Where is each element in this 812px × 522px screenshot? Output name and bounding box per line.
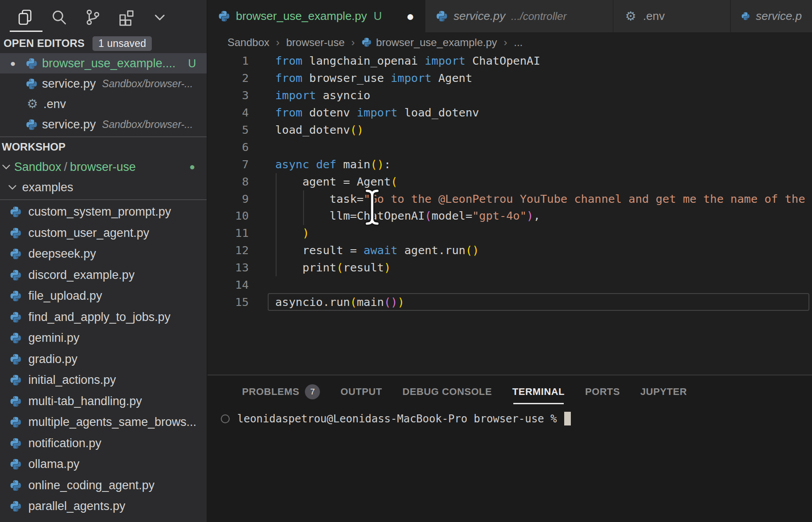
source-control-icon[interactable] <box>83 8 102 27</box>
breadcrumb-item[interactable]: ... <box>514 36 523 49</box>
open-editor-item[interactable]: service.pySandbox/browser-... <box>0 73 207 94</box>
workshop-header[interactable]: WORKSHOP <box>0 137 207 157</box>
panel-tab-label: DEBUG CONSOLE <box>403 386 492 398</box>
python-icon <box>10 248 22 260</box>
more-views-chevron-icon[interactable] <box>150 8 169 27</box>
code-line[interactable]: 3import asyncio <box>208 87 812 104</box>
open-editor-filename: .env <box>43 97 66 111</box>
file-name: gradio.py <box>28 352 77 366</box>
open-editor-path: Sandbox/browser-... <box>102 78 193 90</box>
panel-tab-jupyter[interactable]: JUPYTER <box>640 386 687 398</box>
code-token: model= <box>431 209 472 222</box>
code-text: result = await agent.run() <box>249 244 479 257</box>
code-token: : <box>384 158 391 171</box>
code-line[interactable]: 6 <box>208 138 812 155</box>
file-item[interactable]: ollama.py <box>0 454 207 475</box>
file-item[interactable]: discord_example.py <box>0 265 207 286</box>
code-token: , <box>533 209 540 222</box>
section-divider <box>0 199 207 200</box>
panel-tab-debug-console[interactable]: DEBUG CONSOLE <box>403 386 492 398</box>
file-item[interactable]: file_upload.py <box>0 286 207 307</box>
open-editor-filename: service.py <box>42 118 96 131</box>
code-token: def <box>316 158 336 171</box>
file-item[interactable]: online_coding_agent.py <box>0 475 207 496</box>
open-editors-header[interactable]: OPEN EDITORS 1 unsaved <box>0 35 207 52</box>
file-item[interactable]: find_and_apply_to_jobs.py <box>0 307 207 328</box>
breadcrumb-label: browser-use <box>286 36 345 49</box>
file-item[interactable]: custom_user_agent.py <box>0 223 207 244</box>
python-icon <box>10 416 22 428</box>
code-line[interactable]: 2from browser_use import Agent <box>208 70 812 87</box>
python-icon <box>218 10 230 22</box>
open-editor-item[interactable]: ● browser_use_example....U <box>0 53 207 73</box>
panel-tab-problems[interactable]: PROBLEMS7 <box>242 384 320 399</box>
file-item[interactable]: multi-tab_handling.py <box>0 391 207 412</box>
panel-tab-label: PORTS <box>585 386 620 398</box>
code-line[interactable]: 9 task="Go to the @LeonPetrou YouTube ch… <box>208 190 812 207</box>
code-token: ( <box>391 175 397 188</box>
panel-tab-terminal[interactable]: TERMINAL <box>512 386 565 398</box>
code-token: import <box>275 89 316 102</box>
code-token: ( <box>425 209 431 222</box>
editor-tab[interactable]: ⚙.env <box>613 0 731 32</box>
code-text: from browser_use import Agent <box>249 71 472 85</box>
tab-label: service.py <box>454 9 505 23</box>
editor-tab[interactable]: browser_use_example.pyU● <box>208 0 425 32</box>
file-item[interactable]: gradio.py <box>0 349 207 370</box>
editor-tab[interactable]: service.p <box>731 0 812 32</box>
code-line[interactable]: 11 ) <box>208 224 812 242</box>
file-item[interactable]: deepseek.py <box>0 244 207 265</box>
breadcrumb-item[interactable]: Sandbox <box>227 36 269 49</box>
tree-root-sandbox-browser-use[interactable]: Sandbox / browser-use ● <box>0 157 207 177</box>
code-line[interactable]: 10 llm=ChatOpenAI(model="gpt-4o"), <box>208 207 812 224</box>
code-line[interactable]: 5load_dotenv() <box>208 121 812 139</box>
python-icon <box>26 58 38 70</box>
tree-folder-examples[interactable]: examples <box>0 177 207 197</box>
code-line[interactable]: 8 agent = Agent( <box>208 173 812 190</box>
code-token: ) <box>527 209 533 222</box>
editor-group: browser_use_example.pyU● service.py.../c… <box>207 0 812 522</box>
file-item[interactable]: gemini.py <box>0 328 207 349</box>
file-item[interactable]: parallel_agents.py <box>0 496 207 517</box>
tab-modified-dot-icon[interactable]: ● <box>406 10 414 23</box>
file-item[interactable]: custom_system_prompt.py <box>0 201 207 223</box>
panel-tab-ports[interactable]: PORTS <box>585 386 620 398</box>
breadcrumb-separator: › <box>276 36 280 49</box>
modified-dot-icon: ● <box>0 58 26 69</box>
extensions-icon[interactable] <box>117 8 135 27</box>
file-name: ollama.py <box>28 457 80 471</box>
file-item[interactable]: multiple_agents_same_brows... <box>0 412 207 433</box>
terminal-cursor <box>564 412 571 425</box>
python-icon <box>10 353 22 365</box>
code-line[interactable]: 7async def main(): <box>208 155 812 173</box>
file-name: file_upload.py <box>28 289 102 303</box>
code-line[interactable]: 14 <box>208 276 812 294</box>
code-editor[interactable]: 1from langchain_openai import ChatOpenAI… <box>208 52 812 374</box>
code-line[interactable]: 13 print(result) <box>208 259 812 276</box>
terminal-command-decoration-icon <box>221 414 230 423</box>
chevron-down-icon <box>1 162 12 172</box>
breadcrumb-item[interactable]: browser-use <box>286 36 345 49</box>
file-item[interactable]: notification.py <box>0 433 207 454</box>
code-token: load_dotenv <box>397 106 479 119</box>
breadcrumb-item[interactable]: browser_use_example.py <box>362 36 497 49</box>
code-line[interactable]: 12 result = await agent.run() <box>208 242 812 259</box>
file-name: multi-tab_handling.py <box>28 394 142 408</box>
line-number: 6 <box>208 140 249 154</box>
code-token: Agent <box>431 71 472 85</box>
terminal[interactable]: leonidaspetrou@Leonidass-MacBook-Pro bro… <box>208 412 812 425</box>
explorer-icon[interactable] <box>16 8 35 27</box>
panel-tab-output[interactable]: OUTPUT <box>340 386 382 398</box>
file-name: gemini.py <box>28 331 80 345</box>
code-line[interactable]: 4from dotenv import load_dotenv <box>208 104 812 121</box>
open-editor-item[interactable]: service.pySandbox/browser-... <box>0 114 207 135</box>
search-icon[interactable] <box>50 8 68 27</box>
code-line[interactable]: 1from langchain_openai import ChatOpenAI <box>208 52 812 70</box>
open-editor-item[interactable]: ⚙.env <box>0 94 207 114</box>
line-number: 9 <box>208 192 249 205</box>
editor-tab[interactable]: service.py.../controller <box>425 0 613 32</box>
file-name: find_and_apply_to_jobs.py <box>28 310 170 324</box>
python-icon <box>436 10 448 22</box>
python-icon <box>10 227 22 239</box>
file-item[interactable]: initial_actions.py <box>0 370 207 391</box>
